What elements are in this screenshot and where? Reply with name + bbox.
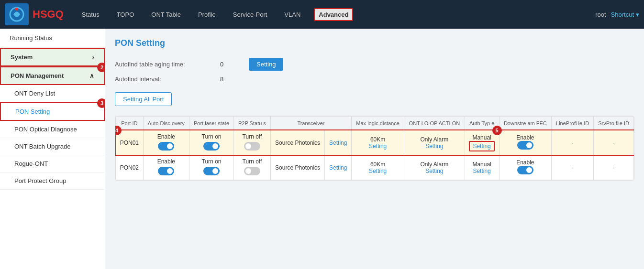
aging-row: Autofind table aging time: 0 Setting (115, 58, 634, 71)
header: HSGQ Status TOPO ONT Table Profile Servi… (0, 0, 644, 29)
col-downstream: Downstre am FEC (499, 117, 551, 130)
sidebar-item-ont-deny-list[interactable]: ONT Deny List (0, 85, 105, 102)
nav-vlan[interactable]: VLAN (280, 9, 304, 20)
sidebar-item-system[interactable]: System › (0, 48, 105, 66)
cell-transceiver-setting[interactable]: Setting (325, 130, 352, 155)
cell-transceiver-setting[interactable]: Setting (325, 155, 352, 180)
transceiver-setting-link[interactable]: Setting (329, 140, 347, 146)
shortcut-button[interactable]: Shortcut ▾ (611, 11, 639, 18)
cell-auto-disc: Enable (143, 155, 189, 180)
table-header: Port ID Auto Disc overy Port laser state… (116, 117, 634, 130)
sidebar-item-pon-optical-diagnose[interactable]: PON Optical Diagnose (0, 121, 105, 138)
pon-setting-badge: 3 (97, 98, 105, 108)
col-auto-disc: Auto Disc overy (143, 117, 189, 130)
cell-srv-profile: - (594, 130, 634, 155)
cell-p2p: Turn off (234, 155, 271, 180)
interval-row: Autofind interval: 8 (115, 75, 634, 83)
sidebar-item-ont-batch-upgrade[interactable]: ONT Batch Upgrade (0, 138, 105, 155)
port-laser-toggle[interactable] (203, 142, 220, 151)
auth-type-setting-link[interactable]: Setting (469, 168, 495, 174)
sidebar-item-port-protect-group[interactable]: Port Protect Group (0, 172, 105, 190)
cell-auth-type: Manual Setting (465, 155, 499, 180)
username: root (595, 11, 606, 18)
col-transceiver: Transceiver (270, 117, 351, 130)
col-srv-profile: SrvPro file ID (594, 117, 634, 130)
aging-label: Autofind table aging time: (115, 61, 211, 68)
p2p-label: Turn off (238, 158, 266, 165)
logo-text: HSGQ (33, 8, 64, 21)
downstream-toggle[interactable] (517, 166, 533, 174)
setting-all-port-button[interactable]: Setting All Port (115, 92, 172, 106)
chevron-down-icon: ▾ (636, 11, 639, 18)
aging-value: 0 (220, 61, 239, 68)
max-logic-setting-link[interactable]: Setting (355, 143, 400, 150)
page-title: PON Setting (115, 38, 634, 48)
header-right: root Shortcut ▾ (595, 11, 639, 18)
sidebar-item-running-status[interactable]: Running Status (0, 29, 105, 48)
downstream-toggle[interactable] (517, 141, 533, 150)
cell-downstream: Enable (499, 130, 551, 155)
p2p-toggle[interactable] (244, 142, 260, 151)
nav-links: Status TOPO ONT Table Profile Service-Po… (78, 8, 595, 21)
cell-max-logic: 60Km Setting (352, 130, 404, 155)
cell-port-id: 4 PON01 (116, 130, 144, 155)
cell-auth-type: 5 Manual Setting (465, 130, 499, 155)
cell-line-profile: - (552, 130, 594, 155)
pon-setting-table: Port ID Auto Disc overy Port laser state… (115, 116, 634, 180)
chevron-right-icon: › (92, 54, 94, 61)
setting-button[interactable]: Setting (249, 58, 283, 71)
cell-downstream: Enable (499, 155, 551, 180)
col-max-logic: Max logic distance (352, 117, 404, 130)
auth-type-setting-link[interactable]: Setting (469, 141, 494, 151)
sidebar-item-pon-setting[interactable]: PON Setting 3 (0, 102, 105, 121)
cell-auto-disc: Enable (143, 130, 189, 155)
cell-p2p: Turn off (234, 130, 271, 155)
cell-port-laser: Turn on (189, 130, 233, 155)
port-laser-label: Turn on (193, 158, 230, 165)
table-container: Port ID Auto Disc overy Port laser state… (115, 116, 634, 181)
p2p-label: Turn off (238, 133, 266, 140)
nav-advanced[interactable]: Advanced (314, 8, 353, 21)
ont-loop-setting-link[interactable]: Setting (408, 143, 460, 150)
auth-badge: 5 (492, 126, 502, 135)
chevron-up-icon: ∧ (89, 72, 94, 79)
auto-disc-label: Enable (147, 158, 185, 165)
col-ont-loop: ONT LO OP ACTI ON (404, 117, 465, 130)
p2p-toggle[interactable] (244, 167, 260, 175)
col-p2p: P2P Statu s (234, 117, 271, 130)
nav-profile[interactable]: Profile (194, 9, 220, 20)
cell-srv-profile: - (594, 155, 634, 180)
cell-line-profile: - (552, 155, 594, 180)
col-port-laser: Port laser state (189, 117, 233, 130)
ont-loop-setting-link[interactable]: Setting (408, 168, 460, 174)
cell-ont-loop: Only Alarm Setting (404, 155, 465, 180)
cell-max-logic: 60Km Setting (352, 155, 404, 180)
auto-disc-toggle[interactable] (158, 167, 174, 175)
row-badge: 4 (115, 126, 122, 135)
port-laser-toggle[interactable] (203, 167, 220, 175)
table-row: PON02 Enable Turn on (116, 155, 634, 180)
nav-service-port[interactable]: Service-Port (229, 9, 271, 20)
main-content: PON Setting Autofind table aging time: 0… (105, 29, 644, 269)
logo-icon (5, 3, 29, 25)
svg-point-1 (15, 8, 18, 11)
cell-port-laser: Turn on (189, 155, 233, 180)
nav-topo[interactable]: TOPO (113, 9, 138, 20)
auto-disc-label: Enable (147, 133, 185, 140)
port-laser-label: Turn on (193, 133, 230, 140)
sidebar: Running Status System › PON Management ∧… (0, 29, 105, 269)
pon-management-badge: 2 (97, 63, 105, 72)
cell-transceiver-name: Source Photonics (270, 130, 325, 155)
sidebar-item-pon-management[interactable]: PON Management ∧ 2 (0, 66, 105, 85)
nav-status[interactable]: Status (78, 9, 103, 20)
interval-value: 8 (220, 75, 239, 83)
auto-disc-toggle[interactable] (158, 142, 174, 151)
cell-port-id: PON02 (116, 155, 144, 180)
transceiver-setting-link[interactable]: Setting (329, 164, 347, 171)
cell-ont-loop: Only Alarm Setting (404, 130, 465, 155)
max-logic-setting-link[interactable]: Setting (355, 168, 400, 174)
interval-label: Autofind interval: (115, 75, 211, 83)
sidebar-item-rogue-ont[interactable]: Rogue-ONT (0, 155, 105, 172)
layout: Running Status System › PON Management ∧… (0, 29, 644, 269)
nav-ont-table[interactable]: ONT Table (147, 9, 185, 20)
